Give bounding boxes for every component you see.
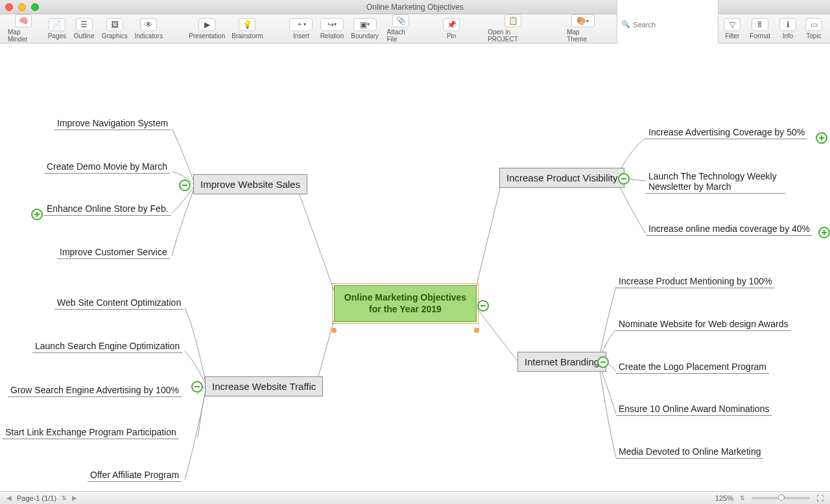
expand-toggle[interactable] — [816, 132, 827, 144]
pin-icon: 📌 — [443, 18, 460, 31]
collapse-toggle[interactable] — [597, 356, 609, 368]
outline-button[interactable]: ☰Outline — [71, 17, 97, 41]
expand-toggle[interactable] — [31, 209, 43, 220]
filter-icon: ▽ — [724, 18, 741, 31]
fullscreen-icon[interactable]: ⛶ — [816, 494, 824, 502]
leaf-node[interactable]: Create the Logo Placement Program — [616, 360, 769, 374]
graphics-icon: 🖼 — [106, 18, 123, 31]
leaf-node[interactable]: Launch Search Engine Optimization — [32, 339, 182, 353]
collapse-toggle[interactable] — [179, 179, 191, 191]
leaf-node[interactable]: Start Link Exchange Program Participatio… — [3, 426, 179, 439]
window-controls — [5, 3, 39, 11]
leaf-node[interactable]: Enhance Online Store by Feb. — [44, 202, 171, 216]
branch-improve-website-sales[interactable]: Improve Website Sales — [193, 174, 307, 194]
map-theme-button[interactable]: 🎨▾Map Theme — [563, 13, 602, 44]
connector-lines — [0, 43, 830, 491]
leaf-node[interactable]: Media Devoted to Online Marketing — [616, 445, 763, 459]
relation-button[interactable]: ↪▾Relation — [317, 17, 347, 41]
leaf-node[interactable]: Launch The Technology Weekly Newsletter … — [646, 170, 785, 194]
insert-button[interactable]: ＋▾Insert — [287, 17, 316, 41]
leaf-node[interactable]: Ensure 10 Online Award Nominations — [616, 402, 772, 416]
boundary-button[interactable]: ▣▾Boundary — [348, 17, 382, 41]
leaf-node[interactable]: Web Site Content Optimization — [54, 296, 184, 310]
svg-line-2 — [475, 178, 503, 293]
attach-file-button[interactable]: 📎Attach File — [383, 13, 419, 44]
collapse-toggle[interactable] — [191, 381, 203, 393]
presentation-icon: ▶ — [198, 18, 215, 31]
indicators-icon: 👁 — [140, 18, 157, 31]
toolbar: 🧠Map Minder 📄Pages ☰Outline 🖼Graphics 👁I… — [0, 14, 830, 43]
pages-button[interactable]: 📄Pages — [45, 17, 69, 41]
resize-handle[interactable] — [331, 328, 337, 333]
page-stepper[interactable]: ⇅ — [62, 495, 67, 501]
page-prev-button[interactable]: ◀ — [6, 494, 12, 501]
zoom-value[interactable]: 125% — [715, 494, 733, 502]
filter-button[interactable]: ▽Filter — [720, 17, 744, 41]
format-icon: 🎚 — [752, 18, 768, 31]
expand-toggle[interactable] — [818, 227, 830, 238]
open-in-project-button[interactable]: 📋Open in PROJECT — [484, 13, 542, 44]
map-minder-icon: 🧠 — [15, 14, 32, 27]
brainstorm-button[interactable]: 💡Brainstorm — [229, 17, 266, 41]
branch-increase-product-visibility[interactable]: Increase Product Visibility — [499, 168, 624, 188]
branch-internet-branding[interactable]: Internet Branding — [517, 352, 606, 372]
info-icon: ℹ — [779, 18, 796, 31]
leaf-node[interactable]: Create Demo Movie by March — [44, 160, 170, 174]
info-button[interactable]: ℹInfo — [776, 17, 800, 41]
indicators-button[interactable]: 👁Indicators — [132, 17, 165, 41]
graphics-button[interactable]: 🖼Graphics — [99, 17, 130, 41]
page-next-button[interactable]: ▶ — [72, 494, 77, 501]
brainstorm-icon: 💡 — [239, 18, 255, 31]
central-topic[interactable]: Online Marketing Objectives for the Year… — [334, 285, 477, 322]
attach-icon: 📎 — [392, 14, 409, 27]
leaf-node[interactable]: Offer Affiliate Program — [88, 468, 182, 482]
statusbar: ◀ Page-1 (1/1) ⇅ ▶ 125% ⇅ ⛶ — [0, 491, 830, 504]
topic-icon: ▭ — [805, 18, 822, 31]
insert-icon: ＋▾ — [289, 18, 313, 31]
zoom-slider[interactable] — [752, 497, 810, 499]
map-minder-button[interactable]: 🧠Map Minder — [4, 13, 43, 44]
topic-button[interactable]: ▭Topic — [801, 17, 826, 41]
collapse-toggle[interactable] — [618, 173, 630, 185]
leaf-node[interactable]: Grow Search Engine Advertising by 100% — [8, 384, 182, 397]
relation-icon: ↪▾ — [320, 18, 344, 31]
close-icon[interactable] — [5, 3, 13, 11]
zoom-icon[interactable] — [31, 3, 39, 11]
svg-line-0 — [296, 184, 337, 299]
leaf-node[interactable]: Increase Product Mentioning by 100% — [616, 275, 775, 288]
branch-increase-website-traffic[interactable]: Increase Website Traffic — [205, 376, 323, 396]
leaf-node[interactable]: Increase online media coverage by 40% — [646, 222, 812, 236]
pin-button[interactable]: 📌Pin — [440, 17, 463, 41]
zoom-stepper[interactable]: ⇅ — [740, 495, 745, 501]
resize-handle[interactable] — [474, 328, 479, 333]
search-icon: 🔍 — [621, 20, 630, 29]
format-button[interactable]: 🎚Format — [746, 17, 774, 41]
mindmap-canvas[interactable]: Online Marketing Objectives for the Year… — [0, 43, 830, 491]
pages-icon: 📄 — [49, 18, 65, 31]
project-icon: 📋 — [504, 14, 521, 27]
outline-icon: ☰ — [76, 18, 93, 31]
leaf-node[interactable]: Improve Navigation System — [54, 117, 171, 130]
leaf-node[interactable]: Nominate Website for Web design Awards — [616, 317, 790, 331]
collapse-toggle[interactable] — [477, 300, 489, 312]
svg-line-3 — [475, 306, 517, 361]
page-indicator[interactable]: Page-1 (1/1) — [17, 494, 56, 502]
leaf-node[interactable]: Improve Customer Service — [57, 246, 170, 259]
minimize-icon[interactable] — [18, 3, 26, 11]
leaf-node[interactable]: Increase Advertising Coverage by 50% — [646, 126, 807, 139]
presentation-button[interactable]: ▶Presentation — [186, 17, 228, 41]
boundary-icon: ▣▾ — [353, 18, 377, 31]
theme-icon: 🎨▾ — [571, 14, 595, 27]
